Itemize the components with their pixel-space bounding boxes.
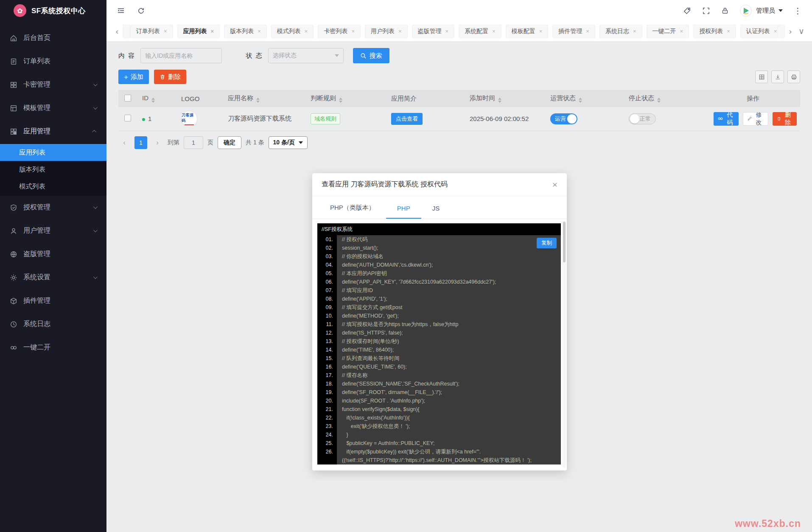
print-icon[interactable]	[787, 70, 800, 83]
sidebar-item-apps[interactable]: 应用管理	[0, 120, 106, 143]
close-icon[interactable]: ×	[552, 180, 557, 189]
page-tab[interactable]: 系统配置×	[459, 25, 501, 38]
app-grid-icon	[9, 128, 18, 135]
close-icon[interactable]: ×	[727, 28, 730, 34]
code-line: 11.// 填写授权站是否为https true为https，false为htt…	[317, 320, 561, 329]
column-settings-icon[interactable]	[755, 70, 768, 83]
add-button[interactable]: +添加	[118, 70, 149, 84]
modal-tab[interactable]: PHP（类版本）	[319, 204, 386, 219]
sidebar-item-orders[interactable]: 订单列表	[0, 50, 106, 73]
tabs-scroll-left-icon[interactable]: ‹	[112, 27, 123, 36]
clipped-tab[interactable]	[123, 25, 130, 38]
page-tab[interactable]: 应用列表×	[177, 25, 220, 38]
close-icon[interactable]: ×	[258, 28, 261, 34]
stop-status-toggle[interactable]: 正常	[629, 113, 656, 124]
code-button[interactable]: 代码	[714, 112, 739, 126]
page-tab[interactable]: 认证列表×	[740, 25, 777, 38]
user-avatar[interactable]	[740, 5, 752, 17]
close-icon[interactable]: ×	[351, 28, 355, 34]
sort-icon[interactable]	[339, 98, 342, 103]
select-all-checkbox[interactable]	[124, 95, 131, 101]
tabs-dropdown-icon[interactable]: ∨	[796, 26, 807, 36]
sidebar-item-home[interactable]: 后台首页	[0, 26, 106, 50]
scrollbar-thumb[interactable]	[563, 222, 566, 262]
close-icon[interactable]: ×	[445, 28, 449, 34]
close-icon[interactable]: ×	[680, 28, 683, 34]
prev-page-icon[interactable]: ‹	[118, 137, 130, 149]
modal-tab[interactable]: PHP	[386, 205, 421, 219]
modal-scrollbar[interactable]	[563, 221, 566, 468]
tag-icon[interactable]	[683, 7, 691, 15]
jump-page-input[interactable]	[184, 136, 203, 149]
page-tab[interactable]: 系统日志×	[599, 25, 642, 38]
row-checkbox[interactable]	[124, 115, 131, 121]
delete-button[interactable]: 删除	[154, 70, 186, 84]
sort-icon[interactable]	[498, 98, 501, 103]
clipped-tab[interactable]	[777, 25, 785, 38]
close-icon[interactable]: ×	[539, 28, 543, 34]
sidebar-item-onekey[interactable]: 一键二开	[0, 336, 106, 359]
status-select[interactable]: 选择状态	[268, 48, 344, 63]
export-icon[interactable]	[771, 70, 784, 83]
tabs-scroll-right-icon[interactable]: ›	[785, 27, 796, 36]
close-icon[interactable]: ×	[774, 28, 777, 34]
view-intro-button[interactable]: 点击查看	[391, 113, 423, 125]
sidebar-item-plugins[interactable]: 插件管理	[0, 289, 106, 312]
page-tab[interactable]: 插件管理×	[552, 25, 595, 38]
close-icon[interactable]: ×	[586, 28, 589, 34]
close-icon[interactable]: ×	[398, 28, 402, 34]
col-rule[interactable]: 判断规则	[307, 90, 388, 107]
current-page[interactable]: 1	[134, 136, 147, 149]
content-filter-input[interactable]	[140, 48, 222, 63]
col-run-status[interactable]: 运营状态	[547, 90, 625, 107]
page-tab[interactable]: 模式列表×	[271, 25, 314, 38]
search-button[interactable]: 搜索	[353, 48, 389, 63]
refresh-icon[interactable]	[137, 7, 145, 15]
close-icon[interactable]: ×	[305, 28, 308, 34]
sidebar-subitem-version-list[interactable]: 版本列表	[0, 161, 106, 178]
page-tab[interactable]: 用户列表×	[365, 25, 408, 38]
sort-icon[interactable]	[256, 98, 260, 103]
sort-icon[interactable]	[151, 98, 155, 103]
fullscreen-icon[interactable]	[702, 7, 710, 15]
collapse-menu-icon[interactable]	[117, 6, 125, 15]
col-name[interactable]: 应用名称	[224, 90, 307, 107]
page-tab[interactable]: 盗版管理×	[412, 25, 455, 38]
sidebar-subitem-app-list[interactable]: 应用列表	[0, 144, 106, 161]
sidebar-subitem-mode-list[interactable]: 模式列表	[0, 178, 106, 195]
close-icon[interactable]: ×	[492, 28, 496, 34]
next-page-icon[interactable]: ›	[151, 137, 163, 149]
edit-button[interactable]: 修改	[743, 112, 768, 126]
col-id[interactable]: ID	[139, 90, 178, 107]
page-tab[interactable]: 授权列表×	[693, 25, 736, 38]
lock-icon[interactable]	[721, 7, 729, 14]
sidebar-item-piracy[interactable]: 盗版管理	[0, 242, 106, 266]
page-tab[interactable]: 版本列表×	[224, 25, 267, 38]
sidebar-item-auth[interactable]: 授权管理	[0, 196, 106, 219]
close-icon[interactable]: ×	[633, 28, 636, 34]
col-stop-status[interactable]: 停止状态	[625, 90, 706, 107]
page-tab[interactable]: 一键二开×	[647, 25, 689, 38]
sort-icon[interactable]	[657, 98, 661, 103]
sidebar-item-logs[interactable]: 系统日志	[0, 312, 106, 336]
confirm-button[interactable]: 确定	[218, 136, 241, 149]
run-status-toggle[interactable]: 运营	[550, 113, 577, 124]
sidebar-item-templates[interactable]: 模板管理	[0, 96, 106, 120]
table-row: 1 刀客源码 刀客源码资源下载系统 域名规则 点击查看 2025-06-09 0…	[118, 107, 800, 131]
delete-row-button[interactable]: 删除	[773, 112, 797, 126]
modal-tab[interactable]: JS	[421, 205, 451, 219]
sidebar-item-cards[interactable]: 卡密管理	[0, 73, 106, 96]
sidebar-item-users[interactable]: 用户管理	[0, 219, 106, 242]
col-time[interactable]: 添加时间	[466, 90, 547, 107]
sidebar-item-settings[interactable]: 系统设置	[0, 266, 106, 289]
username[interactable]: 管理员	[756, 7, 775, 15]
close-icon[interactable]: ×	[164, 28, 167, 34]
more-menu-icon[interactable]: ⋮	[794, 6, 802, 16]
page-tab[interactable]: 订单列表×	[130, 25, 173, 38]
copy-button[interactable]: 复制	[537, 238, 557, 248]
sort-icon[interactable]	[579, 98, 582, 103]
page-tab[interactable]: 卡密列表×	[318, 25, 361, 38]
page-size-select[interactable]: 10 条/页	[269, 136, 308, 149]
page-tab[interactable]: 模板配置×	[506, 25, 549, 38]
close-icon[interactable]: ×	[211, 28, 214, 34]
